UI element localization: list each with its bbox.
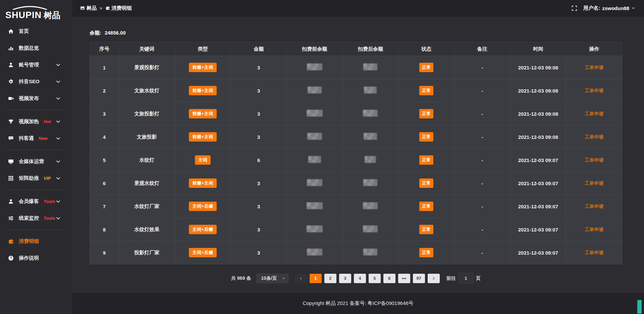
type-badge: 前缀+主词 [189, 63, 216, 72]
cell-keyword: 文旅投影 [119, 125, 175, 149]
table-column-header: 扣费前余额 [286, 42, 342, 56]
chevron-down-icon [55, 62, 61, 68]
page-button-1[interactable]: 1 [310, 274, 322, 283]
redacted-value [363, 249, 377, 256]
page-button-6[interactable]: 6 [383, 274, 395, 283]
cell-type: 主词+后缀 [175, 218, 231, 241]
table-row: 4文旅投影前缀+主词3正常-2021-12-03 09:08工单申请 [90, 125, 622, 149]
work-order-link[interactable]: 工单申请 [585, 65, 603, 70]
table-head: 序号关键词类型金额扣费前余额扣费后余额状态备注时间操作 [90, 42, 622, 56]
page-size-select[interactable]: 10条/页 [256, 273, 288, 283]
table-header-row: 序号关键词类型金额扣费前余额扣费后余额状态备注时间操作 [90, 42, 622, 56]
cell-amount: 3 [231, 241, 287, 264]
sidebar-item-label: 数据总览 [19, 45, 39, 51]
work-order-link[interactable]: 工单申请 [585, 157, 603, 163]
user-dropdown[interactable]: 用户名: zswodun88 [583, 5, 635, 11]
cell-amount: 3 [231, 172, 287, 195]
brand-logo[interactable]: SHUPIN 树品 [0, 0, 72, 21]
cell-amount: 3 [231, 125, 287, 149]
redacted-value [307, 110, 323, 117]
chevron-left-icon [299, 276, 303, 280]
sidebar-item-operation-guide[interactable]: ?操作说明 [0, 250, 72, 266]
work-order-link[interactable]: 工单申请 [585, 111, 603, 116]
sidebar-item-home[interactable]: 首页 [0, 23, 72, 40]
page-button-5[interactable]: 5 [369, 274, 381, 283]
type-badge: 主词 [195, 155, 211, 165]
goto-page: 前往 页 [446, 273, 481, 283]
sidebar-item-video-heat[interactable]: 视频加热Hot [0, 113, 72, 130]
sidebar-item-all-media-operation[interactable]: 全媒体运营 [0, 153, 72, 170]
table-row: 9投影灯厂家主词+后缀3正常-2021-12-03 09:07工单申请 [90, 241, 622, 264]
floating-widget[interactable] [637, 300, 642, 314]
redacted-value [307, 249, 322, 256]
page-button-3[interactable]: 3 [339, 274, 351, 283]
work-order-link[interactable]: 工单申请 [585, 180, 603, 186]
redacted-value [364, 133, 377, 140]
sidebar-item-badge: Tools [44, 199, 55, 204]
fullscreen-icon[interactable] [572, 5, 577, 11]
chat-icon [8, 136, 14, 141]
user-icon [8, 199, 14, 204]
prev-page-button[interactable] [295, 274, 307, 283]
breadcrumb-item-consumption[interactable]: 消费明细 [105, 5, 132, 11]
username-label: 用户名: [583, 5, 600, 11]
sidebar-item-label: 矩阵助推 [19, 175, 39, 181]
cell-time: 2021-12-03 09:08 [510, 102, 566, 125]
sidebar-item-douyin-seo[interactable]: 抖音SEO [0, 73, 72, 90]
sidebar-item-account-management[interactable]: 账号管理 [0, 56, 72, 73]
sidebar-item-badge: VIP [44, 176, 51, 181]
page-size-value: 10条/页 [261, 275, 277, 281]
work-order-link[interactable]: 工单申请 [585, 134, 603, 140]
logo-text-row: SHUPIN 树品 [5, 10, 60, 21]
work-order-link[interactable]: 工单申请 [585, 88, 603, 93]
logo-text-cn: 树品 [44, 10, 60, 21]
redacted-value [308, 87, 322, 94]
svg-text:?: ? [10, 256, 12, 260]
work-order-link[interactable]: 工单申请 [585, 250, 603, 255]
sidebar-item-doukertong[interactable]: 抖客通New [0, 130, 72, 147]
page-button-4[interactable]: 4 [354, 274, 366, 283]
page-button-2[interactable]: 2 [324, 274, 336, 283]
sidebar-item-member-burst[interactable]: 会员爆客Tools [0, 193, 72, 210]
cell-keyword: 水纹灯效果 [119, 218, 175, 241]
work-order-link[interactable]: 工单申请 [585, 204, 603, 209]
redacted-value [363, 63, 377, 70]
sidebar-item-matrix-boost[interactable]: 矩阵助推VIP [0, 170, 72, 187]
sidebar-item-consumption-detail[interactable]: 消费明细 [0, 233, 72, 250]
pagination-total: 共 969 条 [231, 275, 251, 281]
table-column-header: 关键词 [119, 42, 175, 56]
sliders-icon [8, 215, 14, 221]
sidebar-menu: 首页数据总览账号管理抖音SEO视频发布视频加热Hot抖客通New全媒体运营矩阵助… [0, 21, 72, 266]
cell-no: 1 [90, 56, 119, 79]
balance-summary: 余额: 24856.00 [90, 30, 622, 36]
breadcrumb-label: 消费明细 [112, 5, 132, 11]
cell-type: 前缀+主词 [175, 102, 231, 125]
type-badge: 主词+后缀 [189, 202, 216, 211]
breadcrumb-item-shupin[interactable]: 树品 [80, 5, 97, 11]
table-row: 2文旅水纹灯前缀+主词3正常-2021-12-03 09:08工单申请 [90, 79, 622, 102]
cell-amount: 6 [231, 149, 287, 172]
sidebar-item-label: 操作说明 [19, 255, 39, 261]
sidebar-item-video-publish[interactable]: 视频发布 [0, 90, 72, 107]
chevron-down-icon [55, 199, 61, 204]
cell-remark: - [454, 172, 510, 195]
next-page-button[interactable] [428, 274, 440, 283]
page-ellipsis-button[interactable]: ••• [398, 274, 410, 283]
balance-label: 余额: [90, 30, 101, 36]
goto-page-input[interactable] [459, 273, 473, 283]
cell-amount: 3 [231, 102, 287, 125]
cell-status: 正常 [398, 79, 454, 102]
sidebar-item-data-overview[interactable]: 数据总览 [0, 40, 72, 56]
sidebar-item-badge: Tools [44, 216, 55, 221]
status-badge: 正常 [419, 225, 433, 234]
cell-balance-before [286, 149, 342, 172]
cell-remark: - [454, 79, 510, 102]
chevron-down-icon [55, 79, 61, 85]
redacted-value [307, 225, 323, 232]
work-order-link[interactable]: 工单申请 [585, 227, 603, 232]
sidebar-item-lead-monitor[interactable]: 线索监控Tools [0, 210, 72, 226]
top-header: 树品 > 消费明细 用户名: zswodun88 [72, 0, 644, 16]
cell-no: 6 [90, 172, 119, 195]
page-button-97[interactable]: 97 [413, 274, 425, 283]
cell-no: 3 [90, 102, 119, 125]
